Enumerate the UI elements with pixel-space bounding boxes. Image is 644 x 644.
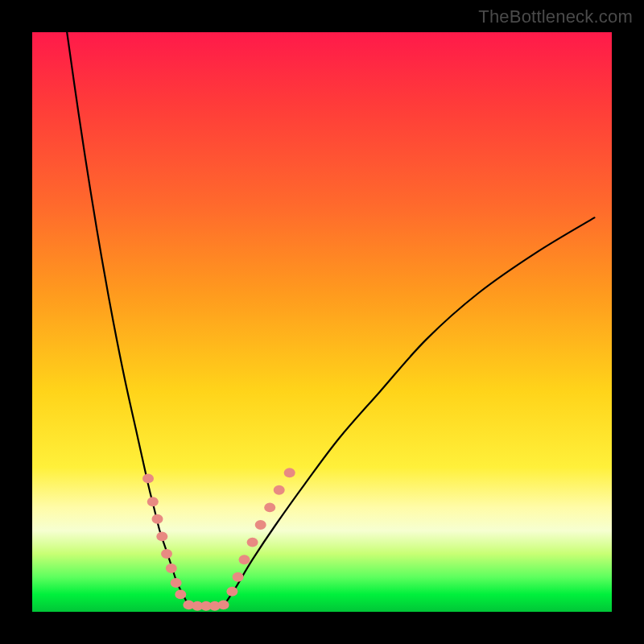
- plot-area: [32, 32, 612, 612]
- data-point: [284, 468, 295, 477]
- data-point: [175, 589, 186, 599]
- data-point: [247, 538, 258, 547]
- data-point: [142, 473, 154, 483]
- curve-layer: [32, 32, 612, 612]
- data-point: [147, 497, 159, 506]
- data-point: [274, 485, 285, 495]
- data-point: [233, 572, 244, 582]
- chart-stage: TheBottleneck.com: [0, 0, 644, 644]
- data-point: [226, 587, 237, 597]
- bottleneck-curve: [67, 32, 594, 608]
- data-point: [171, 578, 182, 588]
- data-point-markers: [142, 468, 295, 611]
- data-point: [156, 531, 167, 541]
- data-point: [218, 600, 229, 609]
- data-point: [152, 514, 163, 524]
- curve-path: [67, 32, 594, 608]
- watermark-text: TheBottleneck.com: [478, 6, 633, 27]
- data-point: [166, 564, 177, 573]
- data-point: [255, 520, 266, 530]
- data-point: [264, 502, 275, 512]
- data-point: [161, 549, 172, 559]
- data-point: [239, 555, 250, 564]
